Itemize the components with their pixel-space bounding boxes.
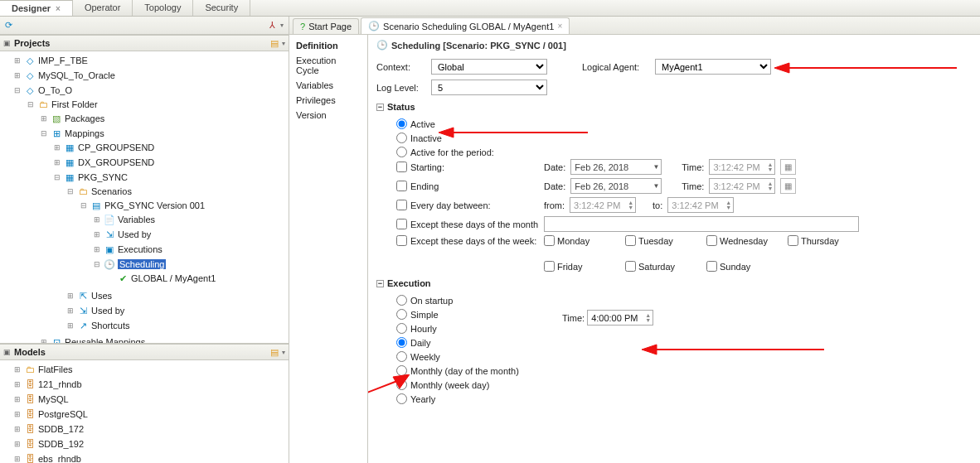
models-panel-header[interactable]: ▣ Models ▤ ▾ — [0, 344, 289, 360]
to-time[interactable]: 3:12:42 PM▲▼ — [667, 197, 734, 213]
exec-time-input[interactable]: 4:00:00 PM▲▼ — [587, 310, 653, 326]
day-fri[interactable]: Friday — [544, 261, 610, 272]
tree-item[interactable]: FlatFiles — [38, 364, 73, 374]
tree-item[interactable]: ebs_rhndb — [38, 454, 81, 463]
from-time[interactable]: 3:12:42 PM▲▼ — [570, 197, 636, 213]
execution-section-header[interactable]: −Execution — [376, 278, 972, 288]
exec-monthly-wd[interactable]: Monthly (week day) — [396, 378, 562, 392]
tree-item[interactable]: PKG_SYNC — [78, 172, 128, 182]
close-icon[interactable]: × — [557, 22, 562, 31]
tree-item[interactable]: O_To_O — [38, 85, 72, 95]
projects-title: Projects — [14, 38, 267, 48]
check-icon: ✔ — [117, 272, 129, 284]
add-model-icon[interactable]: ▤ — [270, 347, 279, 358]
day-mon[interactable]: Monday — [544, 235, 610, 246]
collapse-icon[interactable]: − — [376, 280, 384, 287]
tree-item[interactable]: MySQL_To_Oracle — [38, 70, 115, 80]
collapse-icon[interactable]: − — [376, 104, 384, 111]
day-thu[interactable]: Thursday — [788, 235, 854, 246]
status-inactive[interactable]: Inactive — [396, 131, 972, 145]
calendar-icon[interactable]: ▦ — [780, 159, 796, 175]
hierarchy-icon[interactable]: ⅄ — [269, 20, 275, 31]
tree-item[interactable]: Variables — [118, 215, 155, 224]
ending-date[interactable]: Feb 26, 2018▼ — [570, 178, 662, 194]
tree-item[interactable]: Scenarios — [91, 186, 132, 196]
collapse-icon[interactable]: ▣ — [3, 39, 11, 47]
tree-item[interactable]: GLOBAL / MyAgent1 — [131, 273, 216, 283]
models-tree[interactable]: ⊞🗀FlatFiles ⊞🗄121_rhndb ⊞🗄MySQL ⊞🗄Postgr… — [0, 360, 289, 463]
starting-date[interactable]: Feb 26, 2018▼ — [570, 159, 662, 175]
day-sun[interactable]: Sunday — [706, 261, 773, 272]
tab-topology[interactable]: Topology — [133, 0, 193, 16]
status-active[interactable]: Active — [396, 117, 972, 131]
day-wed[interactable]: Wednesday — [706, 235, 773, 246]
tab-security[interactable]: Security — [193, 0, 250, 16]
day-sat[interactable]: Saturday — [625, 261, 691, 272]
left-panel: ⟳ ⅄ ▾ ▣ Projects ▤ ▾ ⊞◇IMP_F_TBE ⊞◇MySQL… — [0, 17, 289, 463]
starting-check[interactable] — [396, 162, 407, 172]
form-sections: Definition Execution Cycle Variables Pri… — [289, 35, 368, 463]
tree-item[interactable]: Packages — [65, 113, 104, 123]
except-month-check[interactable] — [396, 219, 407, 229]
model-icon: 🗄 — [24, 379, 36, 390]
exec-onstartup[interactable]: On startup — [396, 293, 562, 307]
model-icon: 🗄 — [24, 438, 36, 450]
tab-scheduling[interactable]: 🕒Scenario Scheduling GLOBAL / MyAgent1× — [361, 17, 570, 34]
collapse-icon[interactable]: ▣ — [3, 348, 11, 356]
tree-item[interactable]: Used by — [118, 229, 151, 239]
tree-item[interactable]: DX_GROUPSEND — [78, 157, 154, 167]
exec-daily[interactable]: Daily — [396, 335, 562, 350]
close-icon[interactable]: × — [56, 4, 61, 13]
tree-item[interactable]: Mappings — [65, 128, 104, 138]
tree-item[interactable]: PostgreSQL — [38, 409, 88, 419]
except-week-check[interactable] — [396, 235, 407, 246]
tree-item[interactable]: First Folder — [51, 99, 98, 109]
exec-simple[interactable]: Simple — [396, 307, 562, 321]
projects-panel-header[interactable]: ▣ Projects ▤ ▾ — [0, 35, 289, 51]
form-title: 🕒Scheduling [Scenario: PKG_SYNC / 001] — [376, 40, 972, 51]
tab-designer[interactable]: Designer× — [0, 0, 73, 16]
folder-icon: 🗀 — [37, 99, 49, 110]
section-privileges[interactable]: Privileges — [289, 93, 367, 108]
ending-time[interactable]: 3:12:42 PM▲▼ — [709, 178, 775, 194]
log-level-select[interactable]: 5 — [431, 80, 547, 95]
starting-time[interactable]: 3:12:42 PM▲▼ — [709, 159, 775, 175]
tree-item[interactable]: Executions — [118, 244, 163, 254]
tree-item[interactable]: CP_GROUPSEND — [78, 142, 154, 152]
tree-item[interactable]: 121_rhndb — [38, 379, 82, 389]
mapping-icon: ▦ — [64, 157, 75, 168]
tree-item[interactable]: MySQL — [38, 394, 69, 404]
calendar-icon[interactable]: ▦ — [780, 178, 796, 194]
status-activefor[interactable]: Active for the period: — [396, 145, 972, 159]
section-definition[interactable]: Definition — [289, 38, 367, 53]
tab-operator[interactable]: Operator — [73, 0, 133, 16]
status-section-header[interactable]: −Status — [376, 102, 972, 112]
exec-yearly[interactable]: Yearly — [396, 392, 562, 406]
exec-hourly[interactable]: Hourly — [396, 321, 562, 335]
context-select[interactable]: Global — [431, 59, 547, 75]
tree-item[interactable]: Shortcuts — [91, 321, 129, 330]
agent-select[interactable]: MyAgent1 — [655, 59, 771, 75]
tab-start-page[interactable]: ?Start Page — [293, 18, 359, 34]
tree-item[interactable]: Uses — [91, 291, 112, 301]
projects-tree[interactable]: ⊞◇IMP_F_TBE ⊞◇MySQL_To_Oracle ⊟◇O_To_O ⊟… — [0, 51, 289, 343]
tree-item[interactable]: IMP_F_TBE — [38, 55, 88, 65]
tree-item-selected[interactable]: Scheduling — [118, 259, 166, 269]
section-variables[interactable]: Variables — [289, 78, 367, 93]
tree-item[interactable]: Reusable Mappings — [65, 337, 145, 343]
exec-weekly[interactable]: Weekly — [396, 350, 562, 364]
model-icon: 🗄 — [24, 408, 36, 420]
day-tue[interactable]: Tuesday — [625, 235, 691, 246]
except-month-input[interactable] — [544, 216, 859, 232]
section-execution-cycle[interactable]: Execution Cycle — [289, 53, 367, 78]
section-version[interactable]: Version — [289, 108, 367, 123]
everyday-check[interactable] — [396, 200, 407, 210]
ending-check[interactable] — [396, 181, 407, 191]
refresh-icon[interactable]: ⟳ — [5, 20, 12, 31]
tree-item[interactable]: PKG_SYNC Version 001 — [104, 200, 205, 210]
tree-item[interactable]: SDDB_192 — [38, 439, 84, 449]
tree-item[interactable]: Used by — [91, 306, 124, 316]
exec-monthly-dom[interactable]: Monthly (day of the month) — [396, 364, 562, 378]
tree-item[interactable]: SDDB_172 — [38, 424, 84, 434]
add-project-icon[interactable]: ▤ — [270, 38, 279, 49]
